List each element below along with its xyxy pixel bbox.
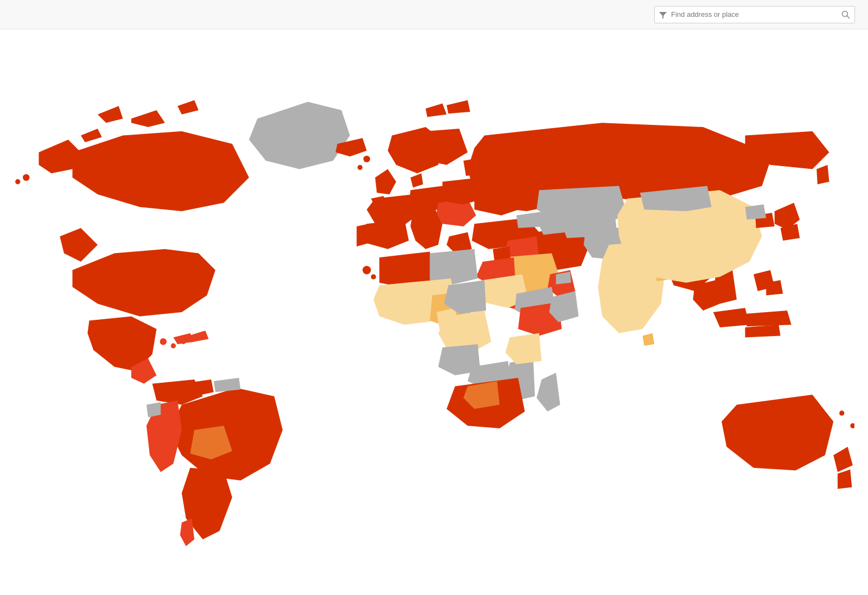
svg-point-4 [23,174,29,181]
svg-point-10 [358,165,362,170]
svg-point-13 [362,266,371,275]
svg-point-12 [426,242,431,247]
svg-point-16 [171,343,176,348]
svg-point-7 [839,410,844,415]
svg-point-1 [843,11,848,16]
svg-point-11 [477,237,483,244]
svg-point-15 [160,338,167,345]
search-icon[interactable] [837,10,854,19]
svg-point-17 [181,339,186,344]
svg-line-2 [847,16,850,18]
svg-marker-0 [659,12,667,18]
svg-point-14 [371,274,376,279]
search-input[interactable] [671,10,837,18]
filter-icon[interactable] [655,11,671,18]
top-bar [0,0,868,29]
search-container [654,6,855,23]
svg-point-5 [15,179,20,184]
svg-point-9 [363,156,370,162]
map-container [0,29,868,595]
world-map [14,46,854,578]
